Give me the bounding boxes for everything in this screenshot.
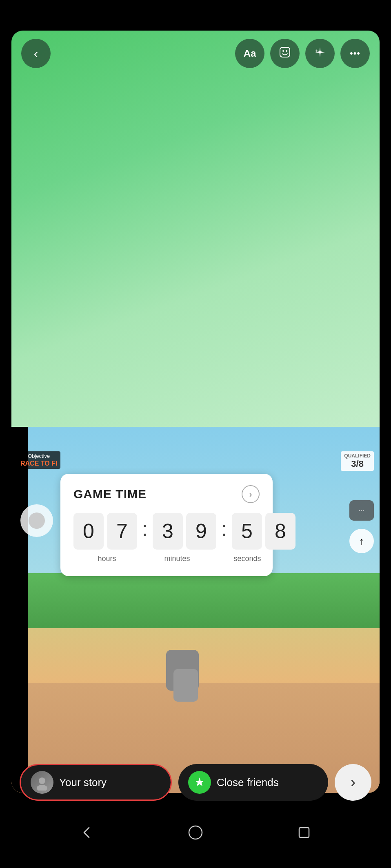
hours-tens-digit: 0 <box>73 513 104 550</box>
nav-home-button[interactable] <box>187 824 204 844</box>
more-dots-icon: ••• <box>350 48 360 59</box>
more-button[interactable]: ••• <box>340 39 370 68</box>
game-time-widget: GAME TIME › 0 7 : 3 9 : 5 8 <box>60 474 273 576</box>
sticker-icon <box>279 46 291 61</box>
race-text: RACE TO FI <box>20 460 57 467</box>
colon-2: : <box>220 517 229 541</box>
time-display: 0 7 : 3 9 : 5 8 <box>73 513 260 550</box>
text-icon: Aa <box>244 48 256 59</box>
seconds-tens-digit: 5 <box>232 513 262 550</box>
minutes-ones-digit: 9 <box>186 513 216 550</box>
minutes-digits: 3 9 <box>153 513 216 550</box>
nav-recents-button[interactable] <box>296 824 312 844</box>
phone-frame: Objective RACE TO FI QUALIFIED 3/8 ··· ↑… <box>0 0 391 868</box>
svg-point-4 <box>37 785 47 791</box>
left-bar <box>11 427 28 793</box>
top-toolbar: ‹ Aa <box>11 31 380 76</box>
sticker-button[interactable] <box>270 39 300 68</box>
seconds-label: seconds <box>215 554 279 563</box>
close-friends-button[interactable]: Close friends <box>178 764 328 801</box>
system-nav-bar <box>0 801 391 868</box>
widget-arrow-button[interactable]: › <box>242 485 260 503</box>
svg-point-5 <box>189 826 202 839</box>
back-button[interactable]: ‹ <box>21 39 51 68</box>
bottom-action-bar: Your story Close friends › <box>11 764 380 801</box>
hours-ones-digit: 7 <box>107 513 137 550</box>
game-chat-icon[interactable]: ··· <box>349 500 374 521</box>
chat-dots: ··· <box>358 506 364 515</box>
colon-1: : <box>140 517 149 541</box>
game-objective-badge: Objective RACE TO FI <box>17 451 60 469</box>
your-story-label: Your story <box>59 776 107 789</box>
time-labels: hours minutes seconds <box>73 554 260 563</box>
seconds-digits: 5 8 <box>232 513 295 550</box>
next-chevron-icon: › <box>351 774 355 791</box>
toolbar-right: Aa <box>235 39 370 68</box>
seconds-ones-digit: 8 <box>265 513 295 550</box>
game-upload-button[interactable]: ↑ <box>349 529 374 553</box>
hours-digits: 0 7 <box>73 513 137 550</box>
hours-label: hours <box>75 554 139 563</box>
svg-point-3 <box>39 777 45 784</box>
widget-title: GAME TIME <box>73 487 147 501</box>
next-button[interactable]: › <box>335 764 371 801</box>
close-friends-star-icon <box>188 771 211 794</box>
story-avatar <box>31 771 53 794</box>
game-controller[interactable] <box>20 504 53 537</box>
minutes-label: minutes <box>145 554 209 563</box>
svg-point-1 <box>282 50 284 52</box>
text-tool-button[interactable]: Aa <box>235 39 264 68</box>
svg-rect-0 <box>280 47 290 57</box>
sparkle-icon <box>314 46 326 60</box>
game-qualified-badge: QUALIFIED 3/8 <box>341 451 374 471</box>
close-friends-label: Close friends <box>217 776 279 789</box>
upload-arrow-icon: ↑ <box>359 535 364 548</box>
canvas-top-bg <box>11 31 380 450</box>
widget-chevron-icon: › <box>249 490 252 499</box>
widget-header: GAME TIME › <box>73 485 260 503</box>
your-story-button[interactable]: Your story <box>20 764 172 801</box>
svg-point-2 <box>286 50 287 52</box>
controller-inner <box>29 512 45 529</box>
effects-button[interactable] <box>305 39 335 68</box>
story-canvas <box>11 31 380 793</box>
nav-back-button[interactable] <box>79 824 95 844</box>
back-chevron-icon: ‹ <box>34 46 38 61</box>
game-grass <box>11 573 380 628</box>
minutes-tens-digit: 3 <box>153 513 183 550</box>
svg-rect-6 <box>299 828 309 837</box>
